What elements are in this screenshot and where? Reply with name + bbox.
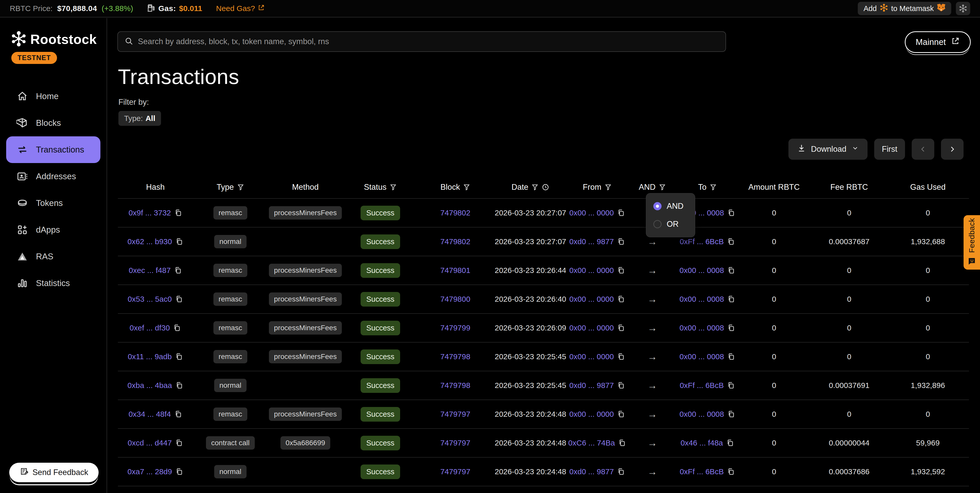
copy-icon[interactable] <box>726 439 734 447</box>
tx-hash-link[interactable]: 0xba ... 4baa <box>127 381 172 390</box>
need-gas-link[interactable]: Need Gas? <box>216 4 265 13</box>
filter-funnel-icon[interactable] <box>237 183 244 191</box>
feedback-side-tab[interactable]: Feedback <box>964 215 980 270</box>
from-address-link[interactable]: 0xd0 ... 9877 <box>570 237 614 246</box>
filter-funnel-icon[interactable] <box>659 183 666 191</box>
radio-selected-icon[interactable] <box>653 202 662 210</box>
type-filter-chip[interactable]: Type: All <box>118 111 161 126</box>
tx-hash-link[interactable]: 0x62 ... b930 <box>127 237 172 246</box>
to-address-link[interactable]: 0xFf ... 6BcB <box>680 237 724 246</box>
column-header-block[interactable]: Block <box>418 176 493 198</box>
column-header-status[interactable]: Status <box>343 176 418 198</box>
copy-icon[interactable] <box>618 439 626 447</box>
copy-icon[interactable] <box>617 381 625 390</box>
download-button[interactable]: Download <box>788 138 867 160</box>
copy-icon[interactable] <box>617 324 625 332</box>
copy-icon[interactable] <box>174 209 182 217</box>
send-feedback-button[interactable]: Send Feedback <box>9 463 99 482</box>
tx-hash-link[interactable]: 0x11 ... 9adb <box>128 352 172 361</box>
copy-icon[interactable] <box>175 295 183 303</box>
sidebar-item-addresses[interactable]: Addresses <box>6 163 100 190</box>
from-address-link[interactable]: 0x00 ... 0000 <box>570 266 614 275</box>
filter-funnel-icon[interactable] <box>710 183 717 191</box>
block-link[interactable]: 7479799 <box>441 323 471 332</box>
to-address-link[interactable]: 0xFf ... 6BcB <box>680 467 724 476</box>
column-header-date[interactable]: Date <box>493 176 568 198</box>
from-address-link[interactable]: 0x00 ... 0000 <box>570 208 614 217</box>
mainnet-button[interactable]: Mainnet <box>905 31 971 53</box>
copy-icon[interactable] <box>617 410 625 418</box>
copy-icon[interactable] <box>175 439 183 447</box>
block-link[interactable]: 7479801 <box>441 266 471 275</box>
to-address-link[interactable]: 0x00 ... 0008 <box>679 323 724 332</box>
copy-icon[interactable] <box>617 353 625 361</box>
tx-hash-link[interactable]: 0x53 ... 5ac0 <box>128 295 172 304</box>
column-header-type[interactable]: Type <box>193 176 268 198</box>
copy-icon[interactable] <box>175 353 183 361</box>
tx-hash-link[interactable]: 0xec ... f487 <box>129 266 170 275</box>
sidebar-item-blocks[interactable]: Blocks <box>6 110 100 136</box>
sidebar-item-dapps[interactable]: dApps <box>6 216 100 243</box>
copy-icon[interactable] <box>727 410 735 418</box>
add-to-metamask-button[interactable]: Add to Metamask <box>858 2 951 15</box>
filter-funnel-icon[interactable] <box>531 183 539 191</box>
rootstock-icon-button[interactable] <box>956 2 970 15</box>
filter-funnel-icon[interactable] <box>605 183 612 191</box>
radio-unselected-icon[interactable] <box>653 220 662 228</box>
tx-hash-link[interactable]: 0xef ... df30 <box>130 323 170 332</box>
sidebar-item-tokens[interactable]: Tokens <box>6 190 100 216</box>
to-address-link[interactable]: 0x00 ... 0008 <box>679 352 724 361</box>
copy-icon[interactable] <box>617 237 625 246</box>
copy-icon[interactable] <box>174 266 182 275</box>
block-link[interactable]: 7479797 <box>441 410 471 418</box>
filter-option-or[interactable]: OR <box>653 219 695 229</box>
copy-icon[interactable] <box>727 468 735 476</box>
copy-icon[interactable] <box>727 266 735 275</box>
copy-icon[interactable] <box>727 324 735 332</box>
block-link[interactable]: 7479802 <box>441 208 471 217</box>
sidebar-item-statistics[interactable]: Statistics <box>6 270 100 297</box>
previous-page-button[interactable] <box>912 138 934 160</box>
copy-icon[interactable] <box>617 468 625 476</box>
copy-icon[interactable] <box>173 324 181 332</box>
tx-hash-link[interactable]: 0xa7 ... 28d9 <box>127 467 172 476</box>
tx-hash-link[interactable]: 0x9f ... 3732 <box>129 208 171 217</box>
from-address-link[interactable]: 0x00 ... 0000 <box>570 352 614 361</box>
from-address-link[interactable]: 0xd0 ... 9877 <box>570 381 614 390</box>
copy-icon[interactable] <box>727 295 735 303</box>
sidebar-item-ras[interactable]: RAS <box>6 243 100 270</box>
block-link[interactable]: 7479798 <box>441 352 471 361</box>
to-address-link[interactable]: 0x00 ... 0008 <box>679 266 724 275</box>
brand[interactable]: Rootstock <box>0 18 107 48</box>
copy-icon[interactable] <box>727 237 735 246</box>
search-input[interactable] <box>138 37 719 46</box>
to-address-link[interactable]: 0xFf ... 6BcB <box>680 381 724 390</box>
filter-option-and[interactable]: AND <box>653 202 695 211</box>
column-header-from[interactable]: From <box>568 176 626 198</box>
copy-icon[interactable] <box>175 381 183 390</box>
copy-icon[interactable] <box>727 381 735 390</box>
clock-icon[interactable] <box>542 183 549 191</box>
filter-funnel-icon[interactable] <box>390 183 397 191</box>
from-address-link[interactable]: 0x00 ... 0000 <box>570 295 614 304</box>
copy-icon[interactable] <box>174 410 182 418</box>
sidebar-item-home[interactable]: Home <box>6 83 100 110</box>
copy-icon[interactable] <box>175 237 183 246</box>
from-address-link[interactable]: 0x00 ... 0000 <box>570 323 614 332</box>
next-page-button[interactable] <box>941 138 964 160</box>
block-link[interactable]: 7479798 <box>441 381 471 390</box>
copy-icon[interactable] <box>617 266 625 275</box>
to-address-link[interactable]: 0x00 ... 0008 <box>679 295 724 304</box>
block-link[interactable]: 7479802 <box>441 237 471 246</box>
copy-icon[interactable] <box>727 353 735 361</box>
block-link[interactable]: 7479800 <box>441 295 471 304</box>
from-address-link[interactable]: 0xd0 ... 9877 <box>570 467 614 476</box>
block-link[interactable]: 7479797 <box>441 467 471 476</box>
tx-hash-link[interactable]: 0xcd ... d447 <box>128 439 172 447</box>
tx-hash-link[interactable]: 0x34 ... 48f4 <box>129 410 171 418</box>
to-address-link[interactable]: 0x46 ... f48a <box>681 439 723 447</box>
copy-icon[interactable] <box>617 295 625 303</box>
sidebar-item-transactions[interactable]: Transactions <box>6 136 100 163</box>
copy-icon[interactable] <box>175 468 183 476</box>
block-link[interactable]: 7479797 <box>441 439 471 447</box>
